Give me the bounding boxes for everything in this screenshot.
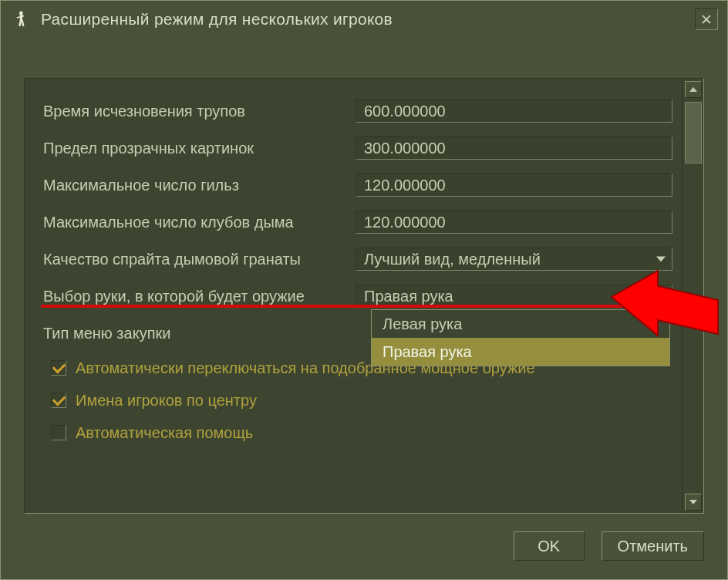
setting-label: Время исчезновения трупов xyxy=(43,103,356,120)
close-icon: ✕ xyxy=(700,11,713,29)
setting-label: Выбор руки, в которой будет оружие xyxy=(43,288,356,305)
checkbox-row-auto-help: Автоматическая помощь xyxy=(43,416,672,449)
annotation-underline xyxy=(41,305,664,308)
triangle-up-icon xyxy=(689,87,697,92)
center-names-checkbox[interactable] xyxy=(51,393,66,408)
corpse-time-input[interactable]: 600.000000 xyxy=(356,99,672,123)
cancel-button[interactable]: Отменить xyxy=(602,531,704,561)
setting-row-smoke-puffs: Максимальное число клубов дыма 120.00000… xyxy=(43,204,672,241)
auto-switch-checkbox[interactable] xyxy=(51,360,66,376)
ok-button[interactable]: OK xyxy=(514,531,585,561)
scroll-down-button[interactable] xyxy=(685,494,702,511)
scroll-thumb[interactable] xyxy=(685,102,702,164)
auto-help-checkbox[interactable] xyxy=(51,425,66,440)
setting-row-corpse-time: Время исчезновения трупов 600.000000 xyxy=(43,93,672,130)
setting-label: Максимальное число клубов дыма xyxy=(43,214,356,231)
checkbox-row-center-names: Имена игроков по центру xyxy=(43,384,672,416)
checkbox-label: Имена игроков по центру xyxy=(76,392,257,410)
settings-window: Расширенный режим для нескольких игроков… xyxy=(0,0,728,580)
shells-input[interactable]: 120.000000 xyxy=(356,174,672,197)
dropdown-value: Правая рука xyxy=(364,288,453,305)
setting-row-shells: Максимальное число гильз 120.000000 xyxy=(43,167,672,204)
triangle-down-icon xyxy=(689,500,697,504)
chevron-down-icon xyxy=(656,294,666,299)
titlebar: Расширенный режим для нескольких игроков… xyxy=(1,1,727,41)
smoke-puffs-input[interactable]: 120.000000 xyxy=(356,211,672,234)
footer-buttons: OK Отменить xyxy=(514,531,704,561)
setting-label: Тип меню закупки xyxy=(43,325,356,342)
setting-row-smoke-quality: Качество спрайта дымовой гранаты Лучший … xyxy=(43,241,672,278)
smoke-quality-dropdown[interactable]: Лучший вид, медленный xyxy=(356,248,672,271)
checkbox-label: Автоматическая помощь xyxy=(76,424,253,442)
close-button[interactable]: ✕ xyxy=(695,8,718,30)
weapon-hand-dropdown-menu: Левая рука Правая рука xyxy=(371,309,670,366)
setting-label: Качество спрайта дымовой гранаты xyxy=(43,251,356,268)
dropdown-option-left-hand[interactable]: Левая рука xyxy=(372,310,669,338)
scroll-area: Время исчезновения трупов 600.000000 Пре… xyxy=(25,79,682,513)
chevron-down-icon xyxy=(656,257,666,262)
content-panel: Время исчезновения трупов 600.000000 Пре… xyxy=(24,78,704,514)
setting-label: Максимальное число гильз xyxy=(43,177,356,194)
decal-limit-input[interactable]: 300.000000 xyxy=(356,137,672,160)
window-title: Расширенный режим для нескольких игроков xyxy=(41,10,695,29)
svg-rect-4 xyxy=(21,20,24,26)
setting-row-decal-limit: Предел прозрачных картинок 300.000000 xyxy=(43,130,672,167)
dropdown-value: Лучший вид, медленный xyxy=(364,251,541,268)
setting-label: Предел прозрачных картинок xyxy=(43,140,356,157)
scrollbar[interactable] xyxy=(682,79,703,513)
dropdown-option-right-hand[interactable]: Правая рука xyxy=(372,338,669,366)
cs-logo-icon xyxy=(12,8,33,30)
scroll-up-button[interactable] xyxy=(685,81,702,98)
